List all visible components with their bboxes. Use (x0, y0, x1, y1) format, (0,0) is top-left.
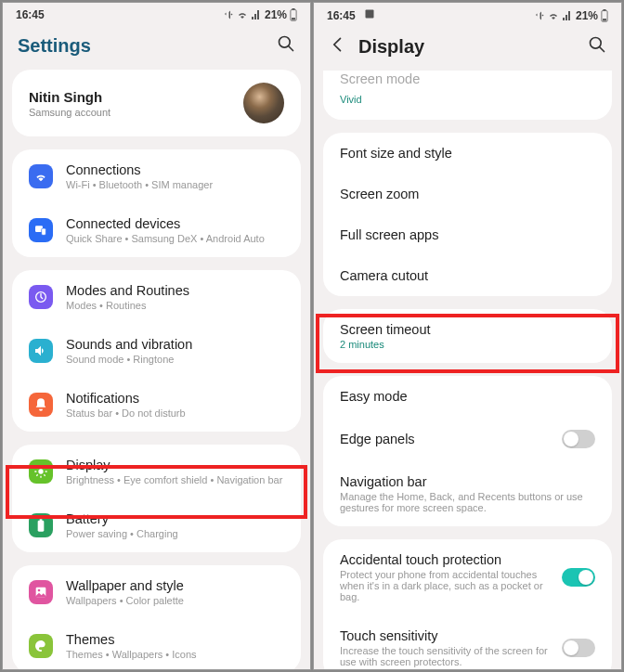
row-fullscreen[interactable]: Full screen apps (323, 214, 612, 255)
row-title: Notifications (66, 391, 284, 406)
svg-rect-23 (603, 9, 605, 11)
header: Settings (3, 23, 310, 70)
row-sub: Brightness • Eye comfort shield • Naviga… (66, 474, 284, 485)
status-time: 16:45 (16, 8, 45, 21)
status-bar: 16:45 21% (314, 3, 621, 24)
svg-rect-2 (292, 18, 295, 19)
toggle-edge-panels[interactable] (562, 430, 595, 448)
row-battery[interactable]: BatteryPower saving • Charging (12, 498, 301, 552)
row-connections[interactable]: ConnectionsWi-Fi • Bluetooth • SIM manag… (12, 149, 301, 203)
status-bar: 16:45 21% (3, 3, 310, 23)
search-button[interactable] (277, 34, 295, 57)
row-sub: Increase the touch sensitivity of the sc… (340, 645, 549, 667)
toggle-sensitivity[interactable] (562, 639, 595, 657)
row-title: Edge panels (340, 432, 549, 446)
svg-rect-21 (366, 10, 374, 19)
row-connected-devices[interactable]: Connected devicesQuick Share • Samsung D… (12, 203, 301, 257)
row-cutout[interactable]: Camera cutout (323, 255, 612, 296)
svg-line-26 (600, 47, 604, 52)
settings-list[interactable]: Nitin Singh Samsung account ConnectionsW… (3, 70, 310, 669)
back-button[interactable] (329, 35, 347, 58)
row-accidental-touch[interactable]: Accidental touch protection Protect your… (323, 539, 612, 615)
settings-group: Easy mode Edge panels Navigation bar Man… (323, 376, 612, 526)
search-icon (588, 35, 606, 54)
row-sub: Themes • Wallpapers • Icons (66, 649, 284, 660)
row-title: Wallpaper and style (66, 578, 284, 593)
row-modes[interactable]: Modes and RoutinesModes • Routines (12, 270, 301, 324)
svg-rect-6 (42, 228, 46, 235)
search-button[interactable] (588, 35, 606, 58)
row-screen-mode[interactable]: Screen mode (323, 71, 612, 90)
row-navbar[interactable]: Navigation bar Manage the Home, Back, an… (323, 461, 612, 526)
svg-line-16 (44, 467, 45, 468)
row-zoom[interactable]: Screen zoom (323, 174, 612, 214)
wallpaper-icon (29, 580, 53, 604)
settings-group: ConnectionsWi-Fi • Bluetooth • SIM manag… (12, 149, 301, 257)
svg-line-15 (36, 474, 37, 475)
row-wallpaper[interactable]: Wallpaper and styleWallpapers • Color pa… (12, 565, 301, 619)
row-title: Connections (66, 162, 284, 177)
svg-rect-1 (292, 8, 294, 10)
row-screen-timeout[interactable]: Screen timeout 2 minutes (323, 309, 612, 363)
mute-icon (223, 9, 234, 20)
row-touch-sensitivity[interactable]: Touch sensitivity Increase the touch sen… (323, 615, 612, 669)
row-sub: Modes • Routines (66, 300, 284, 311)
row-themes[interactable]: ThemesThemes • Wallpapers • Icons (12, 619, 301, 669)
row-sub: Sound mode • Ringtone (66, 354, 284, 365)
row-sub: Power saving • Charging (66, 528, 284, 539)
palette-icon (29, 634, 53, 658)
toggle-accidental[interactable] (562, 568, 595, 587)
battery-icon (290, 8, 297, 21)
settings-group: DisplayBrightness • Eye comfort shield •… (12, 445, 301, 552)
status-time: 16:45 (327, 9, 356, 22)
wifi-icon (29, 164, 53, 188)
row-sub: Status bar • Do not disturb (66, 407, 284, 419)
avatar[interactable] (243, 83, 284, 123)
row-sub: Manage the Home, Back, and Recents butto… (340, 491, 595, 513)
battery-icon (29, 513, 53, 537)
svg-rect-18 (40, 519, 43, 521)
row-title: Screen mode (340, 71, 595, 86)
row-display[interactable]: DisplayBrightness • Eye comfort shield •… (12, 445, 301, 498)
row-title: Accidental touch protection (340, 552, 549, 567)
page-title: Settings (18, 35, 91, 57)
row-edge-panels[interactable]: Edge panels (323, 417, 612, 461)
status-left: 16:45 (327, 8, 375, 22)
row-notifications[interactable]: NotificationsStatus bar • Do not disturb (12, 378, 301, 432)
mute-icon (534, 10, 545, 21)
display-list[interactable]: Screen mode Vivid Font size and style Sc… (314, 71, 621, 669)
row-sub: Quick Share • Samsung DeX • Android Auto (66, 233, 284, 244)
settings-group: Font size and style Screen zoom Full scr… (323, 133, 612, 296)
row-sub: Wi-Fi • Bluetooth • SIM manager (66, 179, 284, 190)
image-icon (364, 8, 375, 19)
profile-sub: Samsung account (29, 107, 110, 118)
svg-line-13 (36, 467, 37, 468)
row-font[interactable]: Font size and style (323, 133, 612, 174)
row-title: Sounds and vibration (66, 337, 284, 352)
profile-card[interactable]: Nitin Singh Samsung account (12, 70, 301, 136)
row-sounds[interactable]: Sounds and vibrationSound mode • Rington… (12, 324, 301, 378)
chevron-left-icon (329, 35, 347, 54)
header: Display (314, 24, 621, 71)
bell-icon (29, 393, 53, 417)
settings-group: Wallpaper and styleWallpapers • Color pa… (12, 565, 301, 669)
row-title: Display (66, 458, 284, 472)
row-title: Easy mode (340, 389, 595, 404)
svg-rect-24 (603, 19, 606, 20)
svg-point-8 (38, 469, 43, 473)
wifi-icon (237, 9, 248, 20)
search-icon (277, 34, 295, 53)
battery-pct: 21% (576, 9, 598, 22)
status-right: 21% (534, 9, 608, 22)
row-title: Themes (66, 632, 284, 647)
row-title: Modes and Routines (66, 283, 284, 298)
svg-rect-17 (38, 521, 45, 532)
row-easy-mode[interactable]: Easy mode (323, 376, 612, 417)
status-right: 21% (223, 8, 297, 21)
modes-icon (29, 285, 53, 309)
row-title: Touch sensitivity (340, 628, 549, 643)
signal-icon (251, 9, 262, 20)
row-title: Full screen apps (340, 227, 595, 242)
row-title: Navigation bar (340, 474, 595, 489)
battery-icon (601, 9, 608, 22)
